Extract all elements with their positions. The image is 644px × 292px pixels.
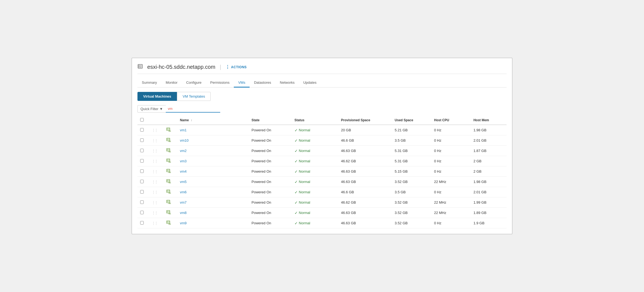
chevron-down-icon: ▼: [160, 107, 163, 111]
vm-host-cpu: 22 MHz: [431, 197, 471, 208]
vm-name-link[interactable]: vm2: [180, 149, 187, 153]
vm-icon: [166, 139, 171, 143]
svg-rect-2: [139, 67, 140, 67]
tab-vms[interactable]: VMs: [234, 78, 250, 88]
vm-icon: [166, 212, 171, 216]
row-checkbox[interactable]: [140, 159, 144, 163]
table-row: ⋮⋮ vm2Powered On ✓ Normal 46.63 GB5.31 G…: [137, 146, 507, 156]
svg-rect-44: [167, 190, 168, 191]
actions-button[interactable]: ⋮ ACTIONS: [225, 64, 247, 70]
tab-datastores[interactable]: Datastores: [250, 78, 275, 88]
tab-summary[interactable]: Summary: [137, 78, 161, 88]
vm-used-space: 3.52 GB: [392, 208, 431, 218]
vm-host-mem: 2 GB: [471, 166, 507, 177]
svg-rect-33: [167, 170, 168, 171]
svg-rect-56: [167, 211, 168, 212]
checkmark-icon: ✓: [295, 211, 298, 215]
row-checkbox[interactable]: [140, 190, 144, 194]
row-checkbox[interactable]: [140, 180, 144, 183]
checkmark-icon: ✓: [295, 180, 298, 184]
quick-filter-dropdown[interactable]: Quick Filter ▼: [137, 105, 166, 113]
vm-status: ✓ Normal: [295, 138, 336, 143]
vm-host-cpu: 22 MHz: [431, 177, 471, 187]
filter-input[interactable]: [166, 105, 220, 113]
svg-rect-9: [167, 129, 168, 130]
svg-rect-45: [167, 191, 168, 192]
vm-provisioned-space: 46.6 GB: [338, 135, 392, 146]
checkmark-icon: ✓: [295, 138, 298, 143]
row-checkbox[interactable]: [140, 221, 144, 225]
vm-host-cpu: 0 Hz: [431, 166, 471, 177]
row-checkbox[interactable]: [140, 211, 144, 214]
checkmark-icon: ✓: [295, 221, 298, 225]
vm-state: Powered On: [249, 218, 292, 228]
vm-icon: [166, 129, 171, 133]
vm-used-space: 5.21 GB: [392, 125, 431, 135]
vm-provisioned-space: 20 GB: [338, 125, 392, 135]
svg-rect-57: [167, 212, 168, 212]
tab-monitor[interactable]: Monitor: [161, 78, 182, 88]
checkmark-icon: ✓: [295, 169, 298, 174]
tab-configure[interactable]: Configure: [182, 78, 206, 88]
vm-provisioned-space: 46.63 GB: [338, 177, 392, 187]
filter-row: Quick Filter ▼: [137, 105, 507, 113]
col-header-status: Status: [292, 116, 338, 125]
tab-permissions[interactable]: Permissions: [206, 78, 234, 88]
vm-icon: [166, 150, 171, 154]
vm-name-link[interactable]: vm8: [180, 211, 187, 215]
col-header-host-mem: Host Mem: [471, 116, 507, 125]
row-checkbox[interactable]: [140, 149, 144, 152]
vm-status: ✓ Normal: [295, 200, 336, 205]
row-checkbox[interactable]: [140, 200, 144, 204]
col-header-host-cpu: Host CPU: [431, 116, 471, 125]
vm-host-mem: 1.98 GB: [471, 125, 507, 135]
vm-host-mem: 2.01 GB: [471, 187, 507, 197]
vm-name-link[interactable]: vm9: [180, 221, 187, 225]
vm-name-link[interactable]: vm7: [180, 200, 187, 204]
vm-provisioned-space: 46.63 GB: [338, 208, 392, 218]
checkmark-icon: ✓: [295, 200, 298, 205]
vm-provisioned-space: 46.62 GB: [338, 197, 392, 208]
vm-name-link[interactable]: vm5: [180, 180, 187, 184]
vm-host-cpu: 22 MHz: [431, 208, 471, 218]
svg-rect-38: [167, 180, 168, 181]
vm-status: ✓ Normal: [295, 169, 336, 174]
vm-name-link[interactable]: vm4: [180, 169, 187, 173]
select-all-checkbox[interactable]: [140, 118, 144, 122]
vm-icon: [166, 191, 171, 195]
row-checkbox[interactable]: [140, 128, 144, 132]
svg-rect-39: [167, 181, 168, 181]
vm-state: Powered On: [249, 197, 292, 208]
tab-updates[interactable]: Updates: [299, 78, 321, 88]
vm-host-mem: 2 GB: [471, 156, 507, 166]
vm-provisioned-space: 46.62 GB: [338, 156, 392, 166]
row-checkbox[interactable]: [140, 169, 144, 173]
subtab-vm-templates[interactable]: VM Templates: [177, 92, 211, 101]
subtab-virtual-machines[interactable]: Virtual Machines: [137, 92, 177, 101]
svg-rect-32: [167, 170, 168, 170]
row-checkbox[interactable]: [140, 138, 144, 142]
col-header-used-space: Used Space: [392, 116, 431, 125]
vm-state: Powered On: [249, 156, 292, 166]
host-icon: [137, 64, 143, 70]
svg-rect-27: [167, 160, 168, 161]
svg-rect-20: [167, 149, 168, 150]
drag-handle-icon: ⋮⋮: [152, 128, 157, 132]
vm-name-link[interactable]: vm1: [180, 128, 187, 132]
vm-icon: [166, 222, 171, 226]
vm-status: ✓ Normal: [295, 149, 336, 153]
col-header-name[interactable]: Name ↑: [177, 116, 249, 125]
tab-networks[interactable]: Networks: [275, 78, 299, 88]
vm-host-cpu: 0 Hz: [431, 218, 471, 228]
vm-host-cpu: 0 Hz: [431, 187, 471, 197]
table-row: ⋮⋮ vm10Powered On ✓ Normal 46.6 GB3.5 GB…: [137, 135, 507, 146]
vm-state: Powered On: [249, 125, 292, 135]
vm-used-space: 3.52 GB: [392, 177, 431, 187]
vm-status: ✓ Normal: [295, 159, 336, 163]
vm-name-link[interactable]: vm6: [180, 190, 187, 194]
vm-name-link[interactable]: vm10: [180, 138, 189, 142]
vm-name-link[interactable]: vm3: [180, 159, 187, 163]
vm-status: ✓ Normal: [295, 128, 336, 132]
svg-rect-14: [167, 139, 168, 139]
main-window: esxi-hc-05.sddc.netapp.com | ⋮ ACTIONS S…: [131, 58, 513, 234]
